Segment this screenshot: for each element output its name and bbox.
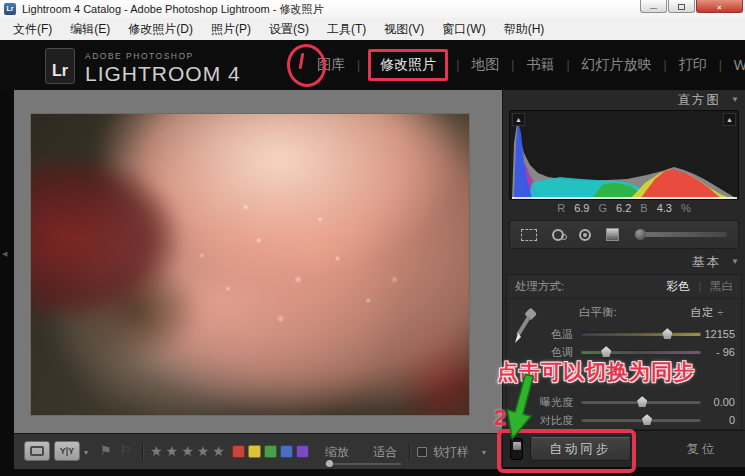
slider-row-temp: 色温12155 (507, 325, 741, 343)
toolbar-divider (409, 443, 410, 461)
star-rating[interactable]: ★★★★★ (150, 443, 228, 459)
collapse-triangle-icon[interactable]: ▼ (731, 252, 739, 272)
star-icon[interactable]: ★ (181, 443, 197, 459)
tool-strip (509, 220, 739, 249)
module-separator: | (357, 58, 360, 72)
toolbar: Y|Y ▾ ⚑ ⚐ ★★★★★ 缩放 适合 软打样 ▾ (14, 433, 502, 470)
toolbar-dropdown-icon[interactable]: ▾ (482, 448, 486, 457)
module-tab-web[interactable]: W (730, 57, 745, 73)
module-picker: 图库|修改照片|地图|书籍|幻灯片放映|打印|W (313, 40, 745, 90)
star-icon[interactable]: ★ (197, 443, 213, 459)
g-label: G (598, 202, 607, 214)
slider-track-exposure[interactable] (581, 400, 701, 404)
fit-label[interactable]: 适合 (373, 444, 397, 461)
soft-proof-label: 软打样 (433, 444, 469, 461)
photo[interactable] (30, 113, 470, 416)
treatment-bw-option[interactable]: 黑白 (710, 279, 733, 294)
histogram[interactable]: ▲ ▲ (509, 110, 739, 200)
menu-item-file[interactable]: 文件(F) (4, 18, 61, 40)
white-balance-select[interactable]: 自定÷ (691, 305, 742, 320)
menu-item-photo[interactable]: 照片(P) (202, 18, 260, 40)
slider-track-contrast[interactable] (581, 418, 701, 422)
app-icon: Lr (4, 3, 16, 15)
slider-row-exposure: 曝光度0.00 (507, 393, 741, 411)
loupe-view-button[interactable] (24, 441, 50, 461)
menu-item-window[interactable]: 窗口(W) (433, 18, 494, 40)
flag-pick-icon[interactable]: ⚑ (100, 443, 112, 458)
menu-item-tools[interactable]: 工具(T) (318, 18, 375, 40)
center-column: Y|Y ▾ ⚑ ⚐ ★★★★★ 缩放 适合 软打样 ▾ (14, 90, 502, 476)
module-tab-book[interactable]: 书籍 (522, 56, 558, 74)
color-label-yellow[interactable] (248, 445, 261, 458)
module-tab-slideshow[interactable]: 幻灯片放映 (578, 56, 656, 74)
menu-item-view[interactable]: 视图(V) (375, 18, 433, 40)
brand-text: ADOBE PHOTOSHOP LIGHTROOM 4 (85, 51, 241, 86)
adjustment-brush-tool-icon[interactable] (642, 232, 727, 237)
white-balance-value: 自定 (691, 306, 714, 318)
basic-panel-header[interactable]: 基本 ▼ (503, 252, 745, 272)
before-after-dropdown-icon[interactable]: ▾ (84, 448, 88, 457)
color-label-blue[interactable] (280, 445, 293, 458)
zoom-slider-thumb[interactable] (326, 460, 333, 467)
slider-value: - 96 (701, 346, 741, 358)
histogram-header[interactable]: 直方图 ▼ (503, 90, 745, 110)
slider-row-contrast: 对比度0 (507, 411, 741, 429)
color-label-purple[interactable] (296, 445, 309, 458)
module-tab-map[interactable]: 地图 (467, 56, 503, 74)
left-panel-collapsed[interactable]: ◀ (0, 90, 14, 476)
close-button[interactable]: ✕ (696, 0, 743, 13)
window-title: Lightroom 4 Catalog - Adobe Photoshop Li… (22, 2, 323, 17)
star-icon[interactable]: ★ (150, 443, 166, 459)
collapse-triangle-icon[interactable]: ▼ (731, 90, 739, 110)
module-separator: | (566, 58, 569, 72)
menu-item-help[interactable]: 帮助(H) (495, 18, 554, 40)
highlight-clipping-button[interactable]: ▲ (723, 113, 736, 126)
color-labels (232, 445, 309, 458)
soft-proof-checkbox[interactable] (417, 447, 427, 457)
module-separator: | (511, 58, 514, 72)
menu-item-edit[interactable]: 编辑(E) (61, 18, 119, 40)
module-tab-print[interactable]: 打印 (675, 56, 711, 74)
brand-line-small: ADOBE PHOTOSHOP (85, 51, 241, 61)
crop-tool-icon[interactable] (521, 229, 537, 241)
slider-thumb[interactable] (601, 346, 611, 357)
menu-item-settings[interactable]: 设置(S) (260, 18, 318, 40)
before-after-button[interactable]: Y|Y (54, 441, 80, 461)
color-label-green[interactable] (264, 445, 277, 458)
module-tab-develop[interactable]: 修改照片 (368, 49, 448, 81)
histogram-graph (512, 113, 737, 199)
filmstrip-edge (14, 470, 502, 476)
slider-thumb[interactable] (642, 414, 652, 425)
r-value: 6.9 (574, 202, 589, 214)
slider-label: 对比度 (507, 413, 573, 428)
slider-track-tint[interactable] (581, 350, 701, 354)
maximize-button[interactable] (668, 0, 695, 13)
treatment-color-option[interactable]: 彩色 (666, 279, 689, 294)
titlebar[interactable]: Lr Lightroom 4 Catalog - Adobe Photoshop… (0, 0, 745, 18)
slider-thumb[interactable] (637, 396, 647, 407)
reset-button[interactable]: 复位 (659, 437, 745, 461)
treatment-label: 处理方式: (515, 279, 564, 294)
star-icon[interactable]: ★ (212, 443, 228, 459)
sync-footer: 自动同步 复位 (503, 430, 745, 467)
menu-item-develop[interactable]: 修改照片(D) (119, 18, 202, 40)
spot-removal-tool-icon[interactable] (552, 229, 564, 241)
red-eye-tool-icon[interactable] (579, 229, 591, 241)
white-balance-eyedropper-icon[interactable] (513, 307, 539, 347)
slider-value: 0 (701, 414, 741, 426)
slider-thumb[interactable] (662, 328, 672, 339)
zoom-slider[interactable] (325, 463, 401, 465)
basic-panel: 处理方式: 彩色 | 黑白 白平衡: 自定÷ (506, 274, 742, 430)
module-tab-library[interactable]: 图库 (313, 56, 349, 74)
auto-sync-toggle[interactable] (510, 438, 523, 460)
star-icon[interactable]: ★ (166, 443, 182, 459)
graduated-filter-tool-icon[interactable] (606, 228, 619, 241)
auto-sync-button[interactable]: 自动同步 (530, 437, 631, 461)
slider-value: 12155 (701, 328, 741, 340)
shadow-clipping-button[interactable]: ▲ (512, 113, 525, 126)
toolbar-divider (142, 443, 143, 461)
slider-track-temp[interactable] (581, 332, 701, 336)
flag-reject-icon[interactable]: ⚐ (120, 443, 132, 458)
minimize-button[interactable]: — (640, 0, 667, 13)
color-label-red[interactable] (232, 445, 245, 458)
